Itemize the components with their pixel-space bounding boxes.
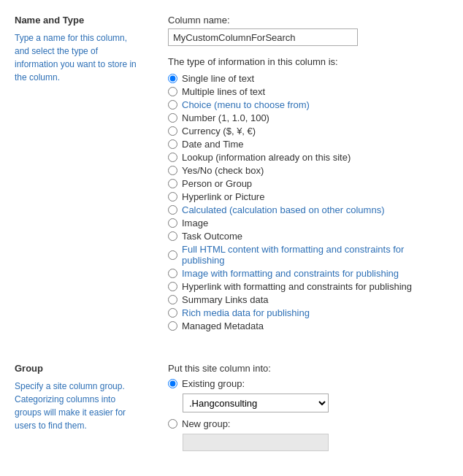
right-panel-group: Put this site column into: Existing grou… [153,363,463,451]
label-imagepub: Image with formatting and constraints fo… [182,268,399,279]
left-panel-group: Group Specify a site column group. Categ… [0,363,153,451]
type-image[interactable]: Image [168,218,448,229]
radio-number[interactable] [168,113,177,123]
name-type-title: Name and Type [15,15,139,26]
radio-imagepub[interactable] [168,269,177,278]
type-datetime[interactable]: Date and Time [168,139,448,150]
radio-richmedia[interactable] [168,308,177,318]
radio-hyperlinkpub[interactable] [168,282,177,291]
label-yesno: Yes/No (check box) [182,165,264,176]
type-richmedia[interactable]: Rich media data for publishing [168,307,448,318]
type-task[interactable]: Task Outcome [168,231,448,242]
section-divider [0,334,463,356]
radio-multi-line[interactable] [168,87,177,96]
radio-existing-group[interactable] [168,379,177,388]
type-question-label: The type of information in this column i… [168,56,448,67]
label-single-line: Single line of text [182,73,254,84]
label-summarylinks: Summary Links data [182,294,269,305]
radio-image[interactable] [168,218,177,228]
label-multi-line: Multiple lines of text [182,86,265,97]
type-imagepub[interactable]: Image with formatting and constraints fo… [168,268,448,279]
type-radio-list: Single line of text Multiple lines of te… [168,73,448,331]
label-existing-group: Existing group: [182,378,245,389]
radio-metadata[interactable] [168,321,177,331]
new-group-item[interactable]: New group: [168,418,448,429]
name-type-desc: Type a name for this column, and select … [15,31,139,84]
existing-group-item[interactable]: Existing group: [168,378,448,389]
label-number: Number (1, 1.0, 100) [182,112,269,123]
type-fullhtml[interactable]: Full HTML content with formatting and co… [168,244,448,266]
radio-single-line[interactable] [168,74,177,83]
radio-summarylinks[interactable] [168,295,177,304]
type-yesno[interactable]: Yes/No (check box) [168,165,448,176]
column-name-input[interactable] [168,28,358,46]
radio-lookup[interactable] [168,153,177,162]
radio-datetime[interactable] [168,139,177,149]
put-into-label: Put this site column into: [168,363,448,374]
type-multi-line[interactable]: Multiple lines of text [168,86,448,97]
radio-choice[interactable] [168,100,177,110]
label-new-group: New group: [182,418,230,429]
name-and-type-section: Name and Type Type a name for this colum… [0,15,463,334]
radio-hyperlink[interactable] [168,192,177,201]
label-currency: Currency ($, ¥, €) [182,126,256,137]
type-number[interactable]: Number (1, 1.0, 100) [168,112,448,123]
label-datetime: Date and Time [182,139,244,150]
radio-currency[interactable] [168,126,177,136]
radio-fullhtml[interactable] [168,250,177,260]
left-panel-name-type: Name and Type Type a name for this colum… [0,15,153,334]
label-person: Person or Group [182,178,252,189]
right-panel-name-type: Column name: The type of information in … [153,15,463,334]
type-hyperlink[interactable]: Hyperlink or Picture [168,191,448,202]
type-summarylinks[interactable]: Summary Links data [168,294,448,305]
label-hyperlink: Hyperlink or Picture [182,191,264,202]
type-single-line[interactable]: Single line of text [168,73,448,84]
type-lookup[interactable]: Lookup (information already on this site… [168,152,448,163]
label-calculated: Calculated (calculation based on other c… [182,204,385,215]
radio-task[interactable] [168,231,177,241]
radio-new-group[interactable] [168,419,177,429]
label-hyperlinkpub: Hyperlink with formatting and constraint… [182,281,412,292]
type-choice[interactable]: Choice (menu to choose from) [168,99,448,110]
label-fullhtml: Full HTML content with formatting and co… [182,244,448,266]
label-task: Task Outcome [182,231,242,242]
group-section: Group Specify a site column group. Categ… [0,363,463,451]
label-metadata: Managed Metadata [182,320,264,331]
group-title: Group [15,363,139,374]
label-choice: Choice (menu to choose from) [182,99,310,110]
group-desc: Specify a site column group. Categorizin… [15,380,139,432]
radio-yesno[interactable] [168,166,177,175]
group-select[interactable]: .Hangconsulting Base Columns Core Contac… [183,394,329,412]
type-calculated[interactable]: Calculated (calculation based on other c… [168,204,448,215]
column-name-label: Column name: [168,15,448,26]
type-currency[interactable]: Currency ($, ¥, €) [168,126,448,137]
label-image: Image [182,218,208,229]
type-person[interactable]: Person or Group [168,178,448,189]
radio-person[interactable] [168,179,177,188]
label-lookup: Lookup (information already on this site… [182,152,351,163]
new-group-input[interactable] [183,434,329,451]
label-richmedia: Rich media data for publishing [182,307,310,318]
type-metadata[interactable]: Managed Metadata [168,320,448,331]
radio-calculated[interactable] [168,205,177,215]
type-hyperlinkpub[interactable]: Hyperlink with formatting and constraint… [168,281,448,292]
